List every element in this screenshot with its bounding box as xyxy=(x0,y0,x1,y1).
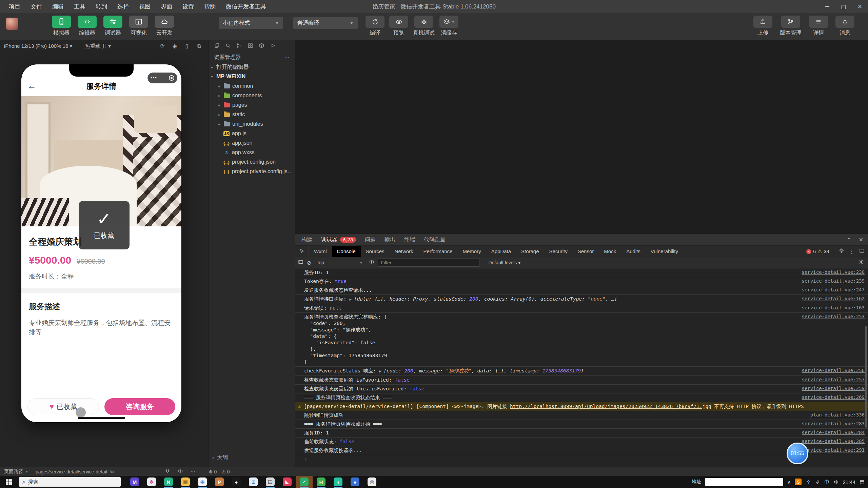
action-btn-上传[interactable]: 上传 xyxy=(753,16,772,37)
taskbar-app-app-rings[interactable]: ◎ xyxy=(363,476,380,488)
console-sidebar-icon[interactable] xyxy=(298,259,303,266)
action-btn-详情[interactable]: 详情 xyxy=(809,16,828,37)
avatar[interactable] xyxy=(6,18,18,30)
error-warning-counts[interactable]: ✕ 6 ⚠ 38 xyxy=(806,248,829,255)
log-levels-select[interactable]: Default levels ▾ xyxy=(488,260,520,265)
compile-btn-真机调试[interactable]: 真机调试 xyxy=(413,16,435,37)
tree-item-components[interactable]: ▸components xyxy=(209,91,295,100)
mic-icon[interactable] xyxy=(815,480,820,485)
git-branch-icon[interactable] xyxy=(236,43,242,50)
consult-button[interactable]: 咨询服务 xyxy=(104,398,175,415)
taskbar-app-app-design[interactable]: ◣ xyxy=(279,476,296,488)
taskbar-app-github[interactable]: ● xyxy=(228,476,245,488)
sogou-icon[interactable]: S xyxy=(795,479,802,485)
timer-badge[interactable]: 01:55 xyxy=(787,443,808,464)
capsule-menu[interactable]: ••• xyxy=(147,73,177,83)
filter-input[interactable]: Filter xyxy=(378,259,479,267)
tree-item-app.js[interactable]: JSapp.js xyxy=(209,129,295,138)
menu-界面[interactable]: 界面 xyxy=(157,1,176,12)
clear-console-icon[interactable]: ⊘ xyxy=(307,260,311,266)
favorite-button[interactable]: ♥ 已收藏 xyxy=(27,398,99,415)
taskbar-app-app-h[interactable]: H xyxy=(313,476,330,488)
menu-微信开发者工具[interactable]: 微信开发者工具 xyxy=(222,1,270,12)
taskbar-app-file-explorer[interactable]: ▣ xyxy=(177,476,194,488)
inspect-element-button[interactable] xyxy=(295,246,309,257)
tree-item-app.json[interactable]: {..}app.json xyxy=(209,138,295,148)
menu-转到[interactable]: 转到 xyxy=(92,1,111,12)
tree-item-pages[interactable]: ▸pages xyxy=(209,100,295,110)
settings-gear-icon[interactable] xyxy=(839,248,844,255)
eye-icon[interactable] xyxy=(178,468,183,475)
menu-选择[interactable]: 选择 xyxy=(113,1,133,12)
source-link[interactable]: service-detail.vue:163 xyxy=(802,305,865,310)
notification-icon[interactable] xyxy=(860,480,865,485)
maximize-button[interactable]: ▢ xyxy=(835,0,852,13)
menu-设置[interactable]: 设置 xyxy=(178,1,198,12)
dock-side-icon[interactable] xyxy=(859,248,865,255)
start-button[interactable] xyxy=(0,476,18,488)
devtools-tab-Security[interactable]: Security xyxy=(544,246,573,257)
panel-tab-输出[interactable]: 输出 xyxy=(384,234,395,245)
devtools-tab-Vulnerability[interactable]: Vulnerability xyxy=(646,246,683,257)
minimize-button[interactable]: ─ xyxy=(819,0,835,13)
devtools-tab-Audits[interactable]: Audits xyxy=(621,246,646,257)
device-select[interactable]: iPhone 12/13 (Pro) 100% 16 ▾ xyxy=(4,43,72,49)
play-icon[interactable] xyxy=(270,43,276,50)
more-icon[interactable]: ··· xyxy=(284,54,290,60)
source-link[interactable]: plan-detail.vue:336 xyxy=(810,412,865,418)
pin-icon[interactable] xyxy=(806,479,811,485)
source-link[interactable]: service-detail.vue:253 xyxy=(802,314,865,319)
address-input[interactable] xyxy=(705,478,783,486)
tree-item-project.config.json[interactable]: {..}project.config.json xyxy=(209,157,295,167)
taskbar-app-app-monitor[interactable]: ▤ xyxy=(262,476,279,488)
devtools-tab-Performance[interactable]: Performance xyxy=(418,246,458,257)
hot-reload-toggle[interactable]: 热重载 开 ▾ xyxy=(85,43,111,49)
compile-btn-预览[interactable]: 预览 xyxy=(389,16,408,37)
panel-tab-构建[interactable]: 构建 xyxy=(301,234,312,245)
clock[interactable]: 21:44 xyxy=(843,479,855,485)
context-select[interactable]: top▼ xyxy=(315,259,366,267)
tray-expand-icon[interactable]: ∧ xyxy=(787,479,791,485)
devtools-tab-AppData[interactable]: AppData xyxy=(486,246,516,257)
console-log-area[interactable]: 服务ID: 1service-detail.vue:230Token存在: tr… xyxy=(295,268,868,467)
panel-tab-调试器[interactable]: 调试器6, 38 xyxy=(321,234,356,245)
ime-indicator[interactable]: 中 xyxy=(824,479,829,485)
devtools-tab-Console[interactable]: Console xyxy=(332,246,361,257)
menu-项目[interactable]: 项目 xyxy=(5,1,24,12)
devtools-tab-Mock[interactable]: Mock xyxy=(599,246,621,257)
kebab-menu-icon[interactable]: ⋮ xyxy=(849,248,854,255)
console-scrollbar[interactable] xyxy=(865,326,867,428)
menu-工具[interactable]: 工具 xyxy=(70,1,90,12)
toggle-编辑器[interactable]: 编辑器 xyxy=(77,16,98,37)
devtools-tab-Storage[interactable]: Storage xyxy=(516,246,544,257)
problem-counts[interactable]: ⊗ 0 ⚠ 0 xyxy=(209,469,230,474)
menu-视图[interactable]: 视图 xyxy=(135,1,155,12)
source-link[interactable]: service-detail.vue:257 xyxy=(802,377,865,382)
tree-item-uni_modules[interactable]: ▸uni_modules xyxy=(209,119,295,129)
copy-icon[interactable]: ⧉ xyxy=(111,469,114,474)
mode-select[interactable]: 小程序模式▼ xyxy=(219,17,283,29)
source-link[interactable]: service-detail.vue:291 xyxy=(802,447,865,453)
taskbar-app-app-chat[interactable]: ◖ xyxy=(330,476,347,488)
devtools-tab-Wxml[interactable]: Wxml xyxy=(309,246,332,257)
menu-编辑[interactable]: 编辑 xyxy=(48,1,68,12)
taskbar-app-wechat-devtools[interactable]: ✓ xyxy=(296,476,313,488)
more-icon[interactable]: ••• xyxy=(151,75,157,80)
menu-帮助[interactable]: 帮助 xyxy=(200,1,220,12)
tree-item-app.wxss[interactable]: 3app.wxss xyxy=(209,148,295,157)
source-link[interactable]: service-detail.vue:269 xyxy=(802,394,865,400)
taskbar-search-input[interactable]: ⌕ 搜索 xyxy=(19,477,121,487)
taskbar-app-app-blue[interactable]: ● xyxy=(347,476,363,488)
tree-item-project.private.config.js[interactable]: {..}project.private.config.js… xyxy=(209,167,295,176)
live-expression-icon[interactable] xyxy=(369,259,374,266)
toggle-云开发[interactable]: 云开发 xyxy=(154,16,175,37)
source-link[interactable]: service-detail.vue:239 xyxy=(802,278,865,284)
menu-文件[interactable]: 文件 xyxy=(26,1,46,12)
panel-tab-问题[interactable]: 问题 xyxy=(365,234,376,245)
more-icon[interactable]: ⋯ xyxy=(191,468,195,475)
speaker-icon[interactable] xyxy=(833,480,839,485)
panel-tab-终端[interactable]: 终端 xyxy=(404,234,415,245)
toggle-调试器[interactable]: 调试器 xyxy=(102,16,123,37)
tree-item-[interactable]: ▸打开的编辑器 xyxy=(209,62,295,72)
devtools-tab-Memory[interactable]: Memory xyxy=(457,246,486,257)
